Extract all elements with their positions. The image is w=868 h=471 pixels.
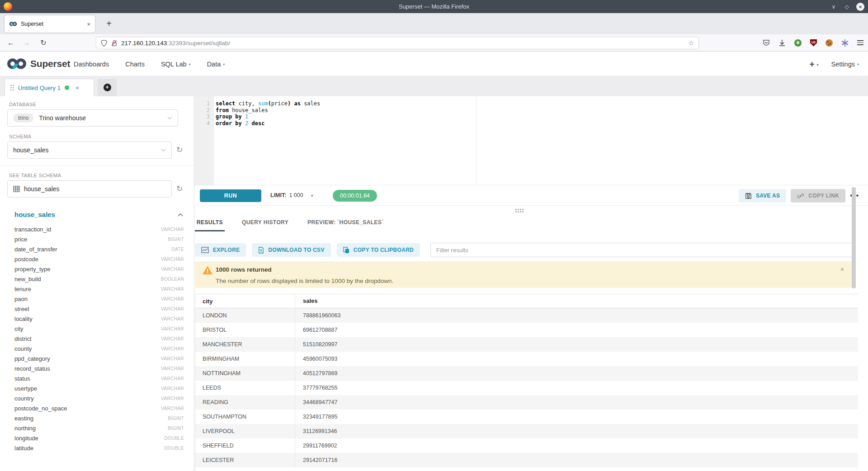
column-row[interactable]: transaction_idVARCHAR <box>14 224 184 234</box>
menu-hamburger-icon[interactable] <box>857 40 863 45</box>
column-row[interactable]: property_typeVARCHAR <box>14 264 184 274</box>
forward-icon[interactable]: → <box>21 34 32 51</box>
shield-icon[interactable] <box>101 40 107 47</box>
column-name: ppd_category <box>14 355 161 362</box>
ublock-icon[interactable]: U0 <box>810 39 817 47</box>
browser-tabstrip: Superset × + <box>0 13 868 34</box>
explore-icon <box>201 247 209 253</box>
new-tab-button[interactable]: + <box>103 19 115 29</box>
copy-to-clipboard-button[interactable]: COPY TO CLIPBOARD <box>337 243 420 257</box>
column-row[interactable]: new_buildBOOLEAN <box>14 274 184 284</box>
window-maximize-icon[interactable]: ◇ <box>843 4 850 10</box>
add-new-button[interactable]: +▾ <box>809 59 818 69</box>
new-query-tab-button[interactable]: + <box>98 79 117 96</box>
column-name: longitude <box>14 435 164 442</box>
collapse-chevron-icon[interactable] <box>178 213 183 217</box>
brand-name: Superset <box>30 58 70 69</box>
privacy-badger-icon[interactable] <box>794 39 802 47</box>
refresh-schema-icon[interactable]: ↻ <box>176 145 183 155</box>
nav-item-sql-lab[interactable]: SQL Lab▾ <box>161 61 191 68</box>
column-row[interactable]: postcode_no_spaceVARCHAR <box>14 403 184 413</box>
table-row[interactable]: LEEDS37779768255 <box>195 381 858 395</box>
limit-dropdown-icon[interactable]: ▾ <box>311 193 313 198</box>
table-row[interactable]: NOTTINGHAM40512797869 <box>195 366 858 381</box>
run-button[interactable]: RUN <box>200 189 261 202</box>
container-asterisk-icon[interactable] <box>841 39 849 47</box>
col-header-sales[interactable]: sales <box>295 294 858 308</box>
nav-item-dashboards[interactable]: Dashboards <box>74 61 109 68</box>
nav-item-charts[interactable]: Charts <box>125 61 145 68</box>
url-bar[interactable]: 217.160.120.143:32393/superset/sqllab/ ☆ <box>96 37 699 49</box>
column-type: VARCHAR <box>161 257 184 262</box>
reload-icon[interactable]: ↻ <box>38 34 49 51</box>
limit-label[interactable]: LIMIT:1 000 <box>270 192 303 198</box>
copy-link-button[interactable]: COPY LINK <box>791 189 845 203</box>
back-icon[interactable]: ← <box>5 34 16 51</box>
drag-handle-icon[interactable] <box>10 85 14 91</box>
alert-close-icon[interactable]: × <box>840 266 844 273</box>
downloads-icon[interactable] <box>778 39 786 47</box>
window-minimize-icon[interactable]: ∨ <box>830 4 837 10</box>
table-row[interactable]: LONDON788861960063 <box>195 308 858 323</box>
column-row[interactable]: countyVARCHAR <box>14 344 184 353</box>
table-row[interactable]: SOUTHAMPTON32349177895 <box>195 410 858 424</box>
table-name-heading[interactable]: house_sales <box>14 211 55 218</box>
settings-menu[interactable]: Settings▾ <box>831 61 859 68</box>
explore-button[interactable]: EXPLORE <box>195 243 246 257</box>
tab-close-icon[interactable]: × <box>87 21 90 28</box>
column-row[interactable]: record_statusVARCHAR <box>14 363 184 373</box>
tab-preview-house-sales[interactable]: PREVIEW: `HOUSE_SALES` <box>306 217 386 231</box>
column-row[interactable]: districtVARCHAR <box>14 334 184 344</box>
table-row[interactable]: READING34468947747 <box>195 395 858 410</box>
superset-logo[interactable]: Superset <box>6 57 70 70</box>
filter-results-input[interactable] <box>430 243 855 257</box>
database-select[interactable]: trino Trino warehouse <box>7 109 178 127</box>
query-tab[interactable]: Untitled Query 1 × <box>5 79 94 96</box>
bookmark-star-icon[interactable]: ☆ <box>688 39 694 47</box>
sql-editor[interactable]: 1234 select city, sum(price) as salesfro… <box>194 96 868 185</box>
table-row[interactable]: MANCHESTER51510820997 <box>195 337 858 352</box>
column-row[interactable]: paonVARCHAR <box>14 294 184 304</box>
column-row[interactable]: tenureVARCHAR <box>14 284 184 294</box>
column-row[interactable]: cityVARCHAR <box>14 324 184 334</box>
table-row[interactable]: BIRMINGHAM45960075093 <box>195 352 858 366</box>
editor-code[interactable]: select city, sum(price) as salesfrom hou… <box>216 96 868 127</box>
column-row[interactable]: localityVARCHAR <box>14 314 184 324</box>
column-row[interactable]: northingBIGINT <box>14 423 184 433</box>
nav-item-data[interactable]: Data▾ <box>207 61 225 68</box>
query-tab-close-icon[interactable]: × <box>75 85 79 91</box>
pane-resize-handle[interactable] <box>194 206 868 216</box>
column-row[interactable]: streetVARCHAR <box>14 304 184 314</box>
refresh-table-icon[interactable]: ↻ <box>176 184 183 193</box>
table-row[interactable]: LEICESTER29142071716 <box>195 453 858 467</box>
cookie-extension-icon[interactable] <box>826 39 833 47</box>
table-select[interactable]: house_sales <box>7 180 172 198</box>
column-row[interactable]: usertypeVARCHAR <box>14 383 184 393</box>
column-row[interactable]: eastingBIGINT <box>14 413 184 423</box>
save-as-button[interactable]: SAVE AS <box>739 189 786 203</box>
tab-query-history[interactable]: QUERY HISTORY <box>240 217 290 231</box>
download-to-csv-button[interactable]: DOWNLOAD TO CSV <box>252 243 330 257</box>
table-row[interactable]: SHEFFIELD29911769902 <box>195 438 858 453</box>
tab-results[interactable]: RESULTS <box>195 217 225 231</box>
column-row[interactable]: ppd_categoryVARCHAR <box>14 353 184 363</box>
column-row[interactable]: longitudeDOUBLE <box>14 433 184 443</box>
scrollbar[interactable] <box>852 187 856 288</box>
column-row[interactable]: statusVARCHAR <box>14 373 184 383</box>
cell-sales: 45960075093 <box>295 352 858 366</box>
query-tab-title[interactable]: Untitled Query 1 <box>18 85 61 91</box>
column-row[interactable]: latitudeDOUBLE <box>14 443 184 453</box>
table-row[interactable]: BRISTOL69612708887 <box>195 323 858 337</box>
col-header-city[interactable]: city <box>195 298 295 305</box>
window-close-icon[interactable]: × <box>856 3 864 11</box>
lock-disabled-icon[interactable] <box>111 40 118 47</box>
schema-select[interactable]: house_sales <box>7 141 172 159</box>
column-row[interactable]: priceBIGINT <box>14 234 184 244</box>
column-row[interactable]: countryVARCHAR <box>14 393 184 403</box>
column-row[interactable]: postcodeVARCHAR <box>14 254 184 264</box>
table-row[interactable]: LIVERPOOL31126991346 <box>195 424 858 438</box>
browser-tab-superset[interactable]: Superset × <box>5 15 95 33</box>
chevron-down-icon <box>167 117 172 120</box>
column-row[interactable]: date_of_transferDATE <box>14 244 184 254</box>
pocket-icon[interactable] <box>763 39 770 47</box>
